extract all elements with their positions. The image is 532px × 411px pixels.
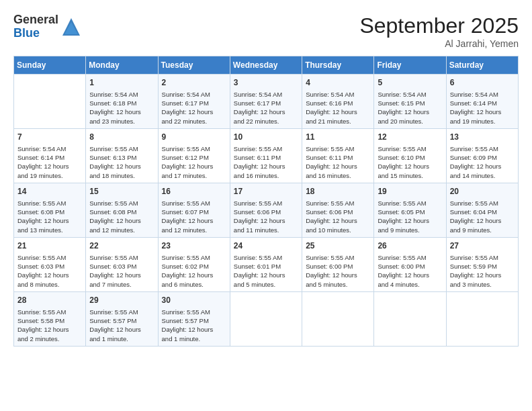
- calendar-cell: 5Sunrise: 5:54 AMSunset: 6:15 PMDaylight…: [374, 75, 446, 129]
- day-info: and 12 minutes.: [89, 226, 154, 234]
- weekday-monday: Monday: [86, 56, 158, 75]
- day-info: Daylight: 12 hours: [450, 271, 515, 279]
- day-info: Daylight: 12 hours: [234, 107, 298, 116]
- calendar-cell: 14Sunrise: 5:55 AMSunset: 6:08 PMDayligh…: [14, 183, 86, 237]
- day-info: Daylight: 12 hours: [450, 216, 515, 225]
- weekday-tuesday: Tuesday: [158, 56, 230, 75]
- day-number: 6: [450, 77, 515, 89]
- day-info: Sunset: 6:11 PM: [234, 153, 298, 162]
- day-number: 23: [162, 240, 226, 252]
- day-info: Sunrise: 5:54 AM: [234, 90, 298, 99]
- calendar-cell: 9Sunrise: 5:55 AMSunset: 6:12 PMDaylight…: [158, 128, 230, 183]
- day-info: Sunrise: 5:54 AM: [89, 90, 154, 99]
- logo-blue: Blue: [13, 27, 58, 40]
- day-info: and 15 minutes.: [378, 171, 442, 180]
- day-number: 14: [17, 186, 82, 197]
- day-info: Sunrise: 5:55 AM: [162, 144, 226, 153]
- weekday-header-row: SundayMondayTuesdayWednesdayThursdayFrid…: [14, 56, 519, 75]
- day-number: 15: [89, 186, 154, 197]
- day-info: Sunset: 6:09 PM: [450, 153, 515, 162]
- day-info: Daylight: 12 hours: [89, 325, 154, 334]
- calendar-week-1: 1Sunrise: 5:54 AMSunset: 6:18 PMDaylight…: [14, 75, 519, 129]
- day-info: Daylight: 12 hours: [162, 271, 226, 279]
- weekday-friday: Friday: [374, 56, 446, 75]
- calendar-cell: 10Sunrise: 5:55 AMSunset: 6:11 PMDayligh…: [230, 128, 302, 183]
- calendar-cell: 25Sunrise: 5:55 AMSunset: 6:00 PMDayligh…: [302, 237, 374, 291]
- calendar-cell: [230, 291, 302, 346]
- day-info: Sunset: 6:06 PM: [234, 208, 298, 216]
- day-info: and 1 minute.: [162, 334, 226, 343]
- day-info: Sunrise: 5:55 AM: [378, 253, 442, 262]
- day-info: and 10 minutes.: [306, 226, 370, 234]
- day-info: and 5 minutes.: [306, 280, 370, 289]
- day-info: Sunset: 6:00 PM: [378, 262, 442, 271]
- day-number: 5: [378, 77, 442, 89]
- day-info: and 6 minutes.: [162, 280, 226, 289]
- day-info: Daylight: 12 hours: [89, 216, 154, 225]
- day-number: 11: [306, 132, 370, 143]
- title-block: September 2025 Al Jarrahi, Yemen: [359, 13, 519, 49]
- calendar-week-3: 14Sunrise: 5:55 AMSunset: 6:08 PMDayligh…: [14, 183, 519, 237]
- calendar-table: SundayMondayTuesdayWednesdayThursdayFrid…: [13, 56, 519, 347]
- day-info: Sunset: 6:08 PM: [17, 208, 82, 216]
- day-info: Sunrise: 5:55 AM: [234, 144, 298, 153]
- calendar-cell: [302, 291, 374, 346]
- logo: General Blue: [13, 13, 81, 40]
- weekday-wednesday: Wednesday: [230, 56, 302, 75]
- day-info: Daylight: 12 hours: [306, 162, 370, 171]
- calendar-cell: 2Sunrise: 5:54 AMSunset: 6:17 PMDaylight…: [158, 75, 230, 129]
- day-number: 4: [306, 77, 370, 89]
- day-info: and 3 minutes.: [450, 280, 515, 289]
- day-info: and 17 minutes.: [162, 171, 226, 180]
- calendar-cell: 13Sunrise: 5:55 AMSunset: 6:09 PMDayligh…: [446, 128, 518, 183]
- calendar-cell: 23Sunrise: 5:55 AMSunset: 6:02 PMDayligh…: [158, 237, 230, 291]
- day-info: Sunrise: 5:55 AM: [162, 308, 226, 316]
- day-info: and 20 minutes.: [378, 117, 442, 126]
- day-info: and 7 minutes.: [89, 280, 154, 289]
- day-info: Sunset: 6:11 PM: [306, 153, 370, 162]
- day-info: and 14 minutes.: [450, 171, 515, 180]
- day-info: and 16 minutes.: [306, 171, 370, 180]
- day-number: 20: [450, 186, 515, 197]
- day-info: Daylight: 12 hours: [378, 216, 442, 225]
- calendar-cell: 30Sunrise: 5:55 AMSunset: 5:57 PMDayligh…: [158, 291, 230, 346]
- day-info: Sunrise: 5:55 AM: [234, 253, 298, 262]
- day-number: 22: [89, 240, 154, 252]
- day-info: Daylight: 12 hours: [306, 216, 370, 225]
- day-info: Daylight: 12 hours: [378, 162, 442, 171]
- day-info: Daylight: 12 hours: [89, 162, 154, 171]
- day-info: and 21 minutes.: [306, 117, 370, 126]
- day-info: Daylight: 12 hours: [17, 162, 82, 171]
- day-number: 28: [17, 295, 82, 306]
- calendar-cell: 11Sunrise: 5:55 AMSunset: 6:11 PMDayligh…: [302, 128, 374, 183]
- day-info: Sunset: 6:07 PM: [162, 208, 226, 216]
- day-number: 13: [450, 132, 515, 143]
- day-number: 18: [306, 186, 370, 197]
- day-info: Sunrise: 5:55 AM: [17, 199, 82, 208]
- day-info: Sunset: 6:13 PM: [89, 153, 154, 162]
- day-info: Daylight: 12 hours: [234, 216, 298, 225]
- calendar-cell: 18Sunrise: 5:55 AMSunset: 6:06 PMDayligh…: [302, 183, 374, 237]
- day-info: and 11 minutes.: [234, 226, 298, 234]
- day-info: Daylight: 12 hours: [17, 271, 82, 279]
- day-info: and 8 minutes.: [17, 280, 82, 289]
- day-info: Sunrise: 5:55 AM: [162, 199, 226, 208]
- day-info: Sunset: 6:15 PM: [378, 99, 442, 107]
- day-number: 19: [378, 186, 442, 197]
- day-info: Sunset: 6:03 PM: [89, 262, 154, 271]
- day-number: 3: [234, 77, 298, 89]
- day-number: 12: [378, 132, 442, 143]
- day-info: Sunset: 6:00 PM: [306, 262, 370, 271]
- calendar-cell: [446, 291, 518, 346]
- calendar-cell: 8Sunrise: 5:55 AMSunset: 6:13 PMDaylight…: [86, 128, 158, 183]
- day-info: Sunset: 5:57 PM: [162, 316, 226, 325]
- day-info: Sunrise: 5:55 AM: [450, 144, 515, 153]
- day-info: Sunrise: 5:55 AM: [306, 253, 370, 262]
- day-info: and 22 minutes.: [162, 117, 226, 126]
- calendar-cell: 29Sunrise: 5:55 AMSunset: 5:57 PMDayligh…: [86, 291, 158, 346]
- day-info: and 5 minutes.: [234, 280, 298, 289]
- day-number: 17: [234, 186, 298, 197]
- calendar-week-5: 28Sunrise: 5:55 AMSunset: 5:58 PMDayligh…: [14, 291, 519, 346]
- day-info: and 23 minutes.: [89, 117, 154, 126]
- day-info: Sunset: 6:12 PM: [162, 153, 226, 162]
